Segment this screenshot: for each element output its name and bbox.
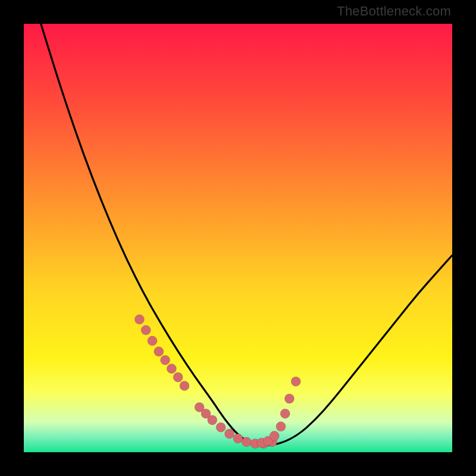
marker-dot [173,372,183,382]
marker-dot [270,431,279,441]
marker-dot [134,315,144,324]
bottleneck-curve-svg [24,24,452,452]
marker-dot [154,347,164,356]
marker-dot [167,364,176,374]
marker-dot [225,429,234,439]
marker-dot [216,422,226,432]
marker-dot [291,377,300,386]
marker-dot [280,409,290,418]
marker-dot [284,394,294,403]
marker-dot [141,325,151,335]
marker-dot [242,437,251,447]
watermark-text: TheBottleneck.com [337,4,451,19]
marker-dot [208,415,217,425]
marker-dot [161,355,170,365]
marker-dot [148,336,157,346]
marker-group [134,315,300,449]
bottleneck-curve [41,24,452,445]
marker-dot [276,422,286,431]
marker-dot [180,381,189,390]
chart-stage: TheBottleneck.com [0,0,476,476]
plot-area [24,24,452,452]
marker-dot [233,434,243,443]
